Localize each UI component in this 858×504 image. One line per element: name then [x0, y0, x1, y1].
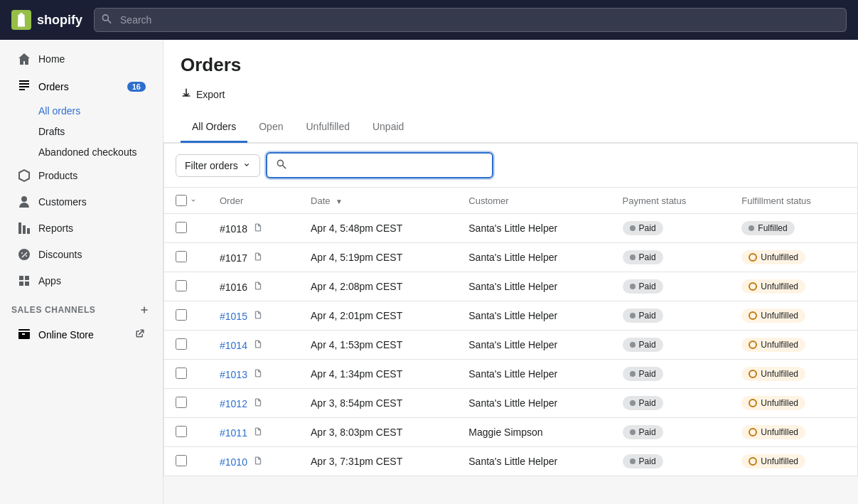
payment-badge: Paid	[623, 396, 663, 410]
order-id-cell: #1018	[208, 214, 299, 243]
date-cell: Apr 3, 8:54pm CEST	[299, 389, 457, 418]
tab-all-orders[interactable]: All Orders	[181, 112, 247, 143]
table-row: #1013 Apr 4, 1:34pm CEST Santa's Little …	[164, 360, 857, 389]
table-header-row: Order Date ▼ Customer Payment status Ful…	[164, 188, 857, 214]
row-checkbox[interactable]	[176, 338, 187, 350]
global-search-input[interactable]	[94, 8, 847, 32]
sidebar-item-apps[interactable]: Apps	[6, 268, 157, 294]
reports-icon	[17, 221, 31, 235]
fulfillment-badge: Unfulfilled	[741, 250, 805, 264]
order-link[interactable]: #1012	[220, 398, 247, 409]
row-checkbox[interactable]	[176, 368, 187, 379]
sidebar-item-orders[interactable]: Orders 16	[6, 73, 157, 100]
payment-badge: Paid	[623, 279, 663, 294]
doc-icon	[253, 222, 263, 232]
date-cell: Apr 4, 2:08pm CEST	[299, 272, 457, 301]
sidebar-item-online-store[interactable]: Online Store	[6, 321, 157, 348]
search-icon	[101, 14, 112, 27]
fulfillment-cell: Unfulfilled	[730, 389, 857, 418]
row-checkbox[interactable]	[176, 251, 187, 262]
order-link[interactable]: #1014	[220, 340, 247, 351]
order-id-cell: #1013	[208, 360, 299, 389]
customer-cell: Santa's Little Helper	[457, 243, 611, 272]
order-id-cell: #1010	[208, 447, 299, 476]
tab-open[interactable]: Open	[247, 112, 294, 143]
row-checkbox-cell	[164, 447, 208, 476]
filter-orders-button[interactable]: Filter orders	[176, 154, 260, 177]
order-link[interactable]: #1015	[220, 311, 247, 322]
row-checkbox[interactable]	[176, 309, 187, 321]
row-checkbox-cell	[164, 360, 208, 389]
online-store-label: Online Store	[38, 329, 94, 341]
order-link[interactable]: #1011	[220, 427, 247, 439]
fulfillment-col-header: Fulfillment status	[730, 188, 857, 214]
dropdown-arrow-icon[interactable]	[190, 195, 197, 206]
abandoned-checkouts-label: Abandoned checkouts	[38, 146, 137, 158]
table-row: #1018 Apr 4, 5:48pm CEST Santa's Little …	[164, 214, 857, 243]
doc-icon	[253, 339, 263, 349]
sidebar: Home Orders 16 All orders Drafts Abandon…	[0, 40, 163, 504]
order-id-cell: #1011	[208, 418, 299, 447]
orders-label: Orders	[38, 81, 69, 92]
customer-name: Santa's Little Helper	[468, 339, 557, 350]
order-id: #1016	[220, 282, 247, 293]
sidebar-item-all-orders[interactable]: All orders	[6, 101, 157, 121]
order-link[interactable]: #1013	[220, 369, 247, 380]
tab-unfulfilled[interactable]: Unfulfilled	[294, 112, 360, 143]
row-checkbox-cell	[164, 418, 208, 447]
table-row: #1017 Apr 4, 5:19pm CEST Santa's Little …	[164, 243, 857, 272]
customer-cell: Maggie Simpson	[457, 418, 611, 447]
order-id-cell: #1016	[208, 272, 299, 301]
orders-sub-items: All orders Drafts Abandoned checkouts	[0, 101, 163, 162]
date-col-header[interactable]: Date ▼	[299, 188, 457, 214]
row-checkbox[interactable]	[176, 222, 187, 233]
search-bar	[94, 8, 847, 32]
date-cell: Apr 4, 2:01pm CEST	[299, 301, 457, 331]
customer-name: Santa's Little Helper	[468, 397, 557, 409]
sidebar-item-home[interactable]: Home	[6, 46, 157, 72]
select-all-checkbox[interactable]	[176, 195, 187, 206]
customer-name: Santa's Little Helper	[468, 222, 557, 234]
products-label: Products	[38, 170, 77, 181]
customers-label: Customers	[38, 196, 87, 208]
customer-cell: Santa's Little Helper	[457, 447, 611, 476]
sidebar-item-reports[interactable]: Reports	[6, 215, 157, 241]
row-checkbox-cell	[164, 272, 208, 301]
external-link-icon	[134, 328, 146, 341]
logo[interactable]: shopify	[11, 10, 82, 30]
sidebar-item-abandoned-checkouts[interactable]: Abandoned checkouts	[6, 142, 157, 162]
tab-unpaid[interactable]: Unpaid	[361, 112, 415, 143]
row-checkbox[interactable]	[176, 426, 187, 437]
sidebar-item-drafts[interactable]: Drafts	[6, 122, 157, 141]
orders-icon	[17, 78, 31, 95]
sidebar-item-products[interactable]: Products	[6, 163, 157, 188]
order-id-cell: #1015	[208, 301, 299, 331]
apps-icon	[17, 274, 31, 288]
order-tabs: All Orders Open Unfulfilled Unpaid	[181, 112, 841, 142]
row-checkbox[interactable]	[176, 280, 187, 291]
sales-channels-section: SALES CHANNELS	[0, 294, 163, 320]
fulfillment-cell: Unfulfilled	[730, 447, 857, 476]
order-link[interactable]: #1010	[220, 456, 247, 468]
fulfillment-cell: Unfulfilled	[730, 272, 857, 301]
row-checkbox[interactable]	[176, 397, 187, 408]
filter-bar: Filter orders jet	[164, 144, 857, 188]
online-store-left: Online Store	[17, 326, 94, 343]
payment-badge: Paid	[623, 367, 663, 381]
sidebar-item-discounts[interactable]: Discounts	[6, 242, 157, 267]
date-cell: Apr 4, 1:53pm CEST	[299, 331, 457, 360]
payment-badge: Paid	[623, 454, 663, 468]
all-orders-label: All orders	[38, 105, 80, 117]
export-button[interactable]: Export	[181, 85, 225, 104]
add-sales-channel-button[interactable]	[137, 303, 151, 317]
customer-name: Santa's Little Helper	[468, 368, 557, 380]
doc-icon	[253, 368, 263, 378]
search-input[interactable]: jet	[291, 160, 483, 171]
row-checkbox[interactable]	[176, 455, 187, 466]
sidebar-item-customers[interactable]: Customers	[6, 189, 157, 215]
sidebar-home-label: Home	[38, 53, 65, 65]
fulfillment-badge: Unfulfilled	[741, 454, 805, 468]
payment-badge: Paid	[623, 221, 663, 235]
date-cell: Apr 4, 5:48pm CEST	[299, 214, 457, 243]
customer-name: Santa's Little Helper	[468, 456, 557, 467]
